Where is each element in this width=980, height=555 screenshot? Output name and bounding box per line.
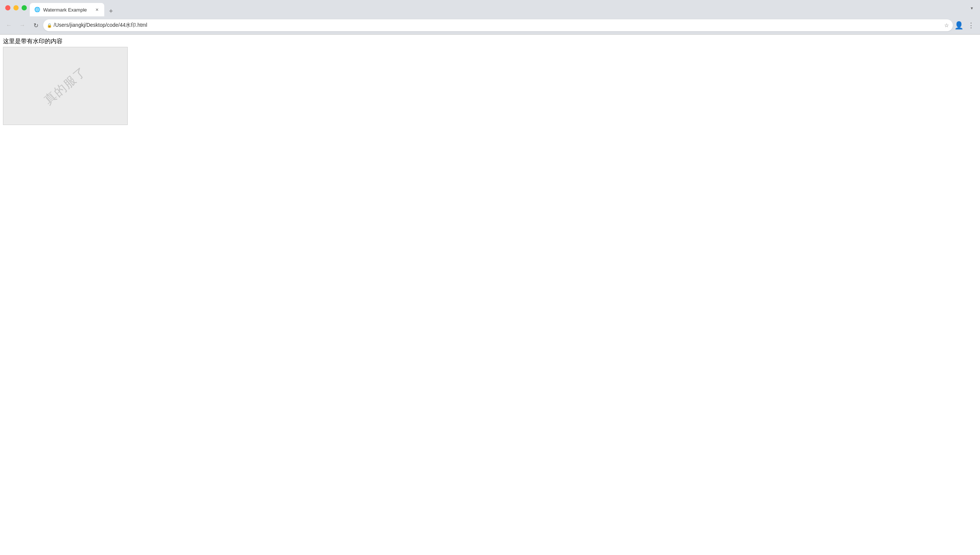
address-bar-wrapper: 🔒 ☆: [43, 19, 953, 31]
tab-title: Watermark Example: [43, 7, 91, 13]
tab-favicon-icon: 🌐: [34, 7, 40, 13]
window-controls: [5, 5, 27, 10]
page-heading: 这里是带有水印的内容: [3, 38, 977, 45]
address-right-icons: ☆: [944, 22, 949, 28]
page-content: 这里是带有水印的内容 真的服了: [0, 35, 980, 555]
reload-button[interactable]: ↻: [30, 19, 42, 31]
tab-dropdown-button[interactable]: ▾: [967, 3, 977, 13]
address-bar-row: ← → ↻ 🔒 ☆ 👤 ⋮: [0, 16, 980, 34]
menu-button[interactable]: ⋮: [965, 19, 977, 31]
new-tab-button[interactable]: +: [106, 6, 116, 16]
forward-button[interactable]: →: [16, 19, 28, 31]
toolbar-right: 👤 ⋮: [954, 19, 977, 31]
watermark-text: 真的服了: [40, 63, 90, 108]
watermark-container: 真的服了: [3, 47, 128, 125]
close-button[interactable]: [5, 5, 10, 10]
browser-chrome: 🌐 Watermark Example ✕ + ▾ ← → ↻ 🔒 ☆ 👤 ⋮: [0, 0, 980, 35]
address-input[interactable]: [43, 19, 953, 31]
maximize-button[interactable]: [22, 5, 27, 10]
back-button[interactable]: ←: [3, 19, 15, 31]
profile-icon[interactable]: 👤: [954, 21, 964, 30]
address-lock-icon: 🔒: [47, 23, 52, 28]
bookmark-icon[interactable]: ☆: [944, 22, 949, 28]
tab-close-button[interactable]: ✕: [94, 7, 100, 13]
minimize-button[interactable]: [13, 5, 19, 10]
tab-bar: 🌐 Watermark Example ✕ + ▾: [0, 0, 980, 16]
active-tab[interactable]: 🌐 Watermark Example ✕: [30, 3, 104, 16]
